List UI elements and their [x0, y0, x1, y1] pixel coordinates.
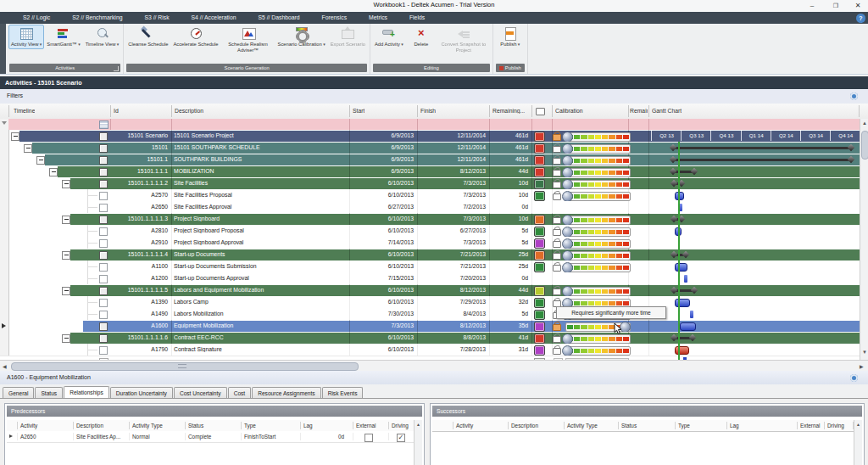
dialog-launcher-icon[interactable] [114, 66, 119, 71]
calibration-slider[interactable] [565, 180, 631, 189]
lock-icon[interactable] [553, 191, 561, 200]
detail-tab-status[interactable]: Status [35, 387, 63, 398]
row-checkbox[interactable] [99, 216, 108, 224]
lock-icon[interactable] [553, 333, 561, 343]
gantt-task-bar[interactable] [680, 322, 696, 331]
table-row[interactable]: 15101 Scenario15101 Scenario Project6/9/… [0, 130, 868, 142]
col-timeline[interactable]: Timeline [14, 108, 35, 114]
lock-icon[interactable] [553, 179, 561, 188]
delete-button[interactable]: ×Delete [406, 25, 437, 49]
row-checkbox[interactable] [99, 180, 108, 188]
rel-col-description[interactable]: Description [511, 423, 538, 429]
lock-icon[interactable] [553, 286, 561, 295]
add-activity-button[interactable]: +Add Activity ▾ [372, 25, 406, 49]
table-row[interactable]: A1490Labors Mobilization7/30/20138/4/201… [0, 308, 868, 321]
rel-col-external[interactable]: External [800, 423, 820, 429]
row-checkbox[interactable] [99, 263, 108, 272]
lock-icon[interactable] [553, 143, 561, 153]
scroll-down-icon[interactable]: ▼ [862, 350, 867, 355]
pane-scrollbar[interactable]: ▲ [854, 420, 862, 465]
lock-icon[interactable] [553, 132, 561, 141]
detail-tab-risk-events[interactable]: Risk Events [322, 387, 364, 398]
gantt-task-bar[interactable] [675, 263, 687, 272]
scroll-right-icon[interactable]: ▶ [860, 363, 864, 369]
table-row[interactable]: A2650Site Facilities Approval6/27/20137/… [0, 201, 868, 214]
row-checkbox[interactable] [99, 346, 108, 355]
scroll-up-icon[interactable]: ▲ [862, 120, 867, 126]
timeline-view-button[interactable]: Timeline View ▾ [83, 25, 122, 49]
scroll-left-icon[interactable]: ◀ [3, 363, 7, 369]
expand-collapse-box[interactable] [62, 216, 70, 224]
calibration-thumb[interactable] [562, 132, 573, 143]
detail-tab-duration-uncertainty[interactable]: Duration Uncertainty [110, 387, 173, 398]
detail-tab-relationships[interactable]: Relationships [64, 386, 109, 398]
menu-tab-forensics[interactable]: Forensics [311, 12, 358, 24]
calibration-slider[interactable] [565, 263, 631, 272]
rel-col-activity-type[interactable]: Activity Type [132, 423, 163, 429]
expand-collapse-box[interactable] [62, 287, 70, 295]
calibration-slider[interactable] [565, 334, 631, 344]
accelerate-schedule-button[interactable]: Accelerate Schedule [170, 25, 220, 49]
menu-tab-s3-risk[interactable]: S3 // Risk [133, 12, 180, 24]
gantt-summary-bar[interactable] [673, 159, 851, 161]
row-checkbox[interactable] [99, 156, 108, 165]
row-checkbox[interactable] [99, 144, 108, 153]
calibration-thumb[interactable] [562, 167, 573, 178]
table-row[interactable]: 15101.1.1.1.1.6Contract EEC-RCC6/10/2013… [0, 332, 868, 344]
expand-collapse-box[interactable] [62, 251, 70, 260]
calibration-slider[interactable] [565, 156, 631, 165]
detail-expand-icon[interactable] [850, 374, 858, 382]
rel-col-status[interactable]: Status [621, 423, 637, 429]
calibration-slider[interactable] [565, 346, 631, 356]
menu-tab-s5-dashboard[interactable]: S5 // Dashboard [247, 12, 310, 24]
calibration-thumb[interactable] [562, 155, 573, 166]
calibration-thumb[interactable] [562, 286, 573, 297]
rel-col-type[interactable]: Type [244, 423, 256, 429]
menu-tab-metrics[interactable]: Metrics [358, 12, 398, 24]
rel-col-driving[interactable]: Driving [392, 423, 409, 429]
table-row[interactable]: 15101.1.1.1.1.2Site Facilities6/10/20137… [0, 177, 868, 189]
relationship-row[interactable]: A2650Site Facilities Ap...NormalComplete… [7, 431, 422, 443]
calibration-thumb[interactable] [562, 333, 573, 345]
gantt-milestone[interactable] [684, 275, 687, 283]
calibration-thumb[interactable] [562, 345, 573, 356]
external-checkbox[interactable] [364, 434, 373, 442]
table-row[interactable]: A2810Project Signboard Proposal6/10/2013… [0, 225, 868, 238]
rel-col-lag[interactable]: Lag [303, 423, 313, 429]
calibration-thumb[interactable] [562, 143, 573, 154]
publish-button[interactable]: Publish ▾ [495, 25, 526, 49]
calibration-slider[interactable] [565, 144, 631, 154]
detail-tab-resource-assignments[interactable]: Resource Assignments [252, 387, 320, 398]
calibration-slider[interactable] [565, 216, 631, 225]
detail-panel-header[interactable]: A1600 - Equipment Mobilization [0, 370, 868, 384]
calibration-thumb[interactable] [562, 191, 573, 202]
calibration-thumb[interactable] [562, 179, 573, 190]
row-checkbox[interactable] [99, 287, 108, 295]
table-row[interactable]: A2570Site Facilities Proposal6/10/20137/… [0, 189, 868, 202]
gantt-milestone[interactable] [690, 311, 693, 318]
col-calibration[interactable]: Calibration [555, 108, 583, 114]
cleanse-schedule-button[interactable]: Cleanse Schedule [125, 25, 170, 49]
col-gantt-chart[interactable]: Gantt Chart [652, 108, 682, 114]
calibration-slider[interactable] [565, 168, 631, 177]
table-row[interactable]: 15101.1.1.1.1.3Project Signboard6/10/201… [0, 213, 868, 225]
grid-vertical-scrollbar[interactable]: ▲▼ [860, 119, 868, 360]
table-row[interactable]: A1200Start-up Documents Approval7/15/201… [0, 272, 868, 285]
lock-icon[interactable] [553, 322, 561, 331]
filter-row-band[interactable] [8, 119, 860, 130]
expand-collapse-box[interactable] [24, 144, 32, 153]
row-checkbox[interactable] [99, 322, 108, 331]
schedule-realism-adviser--button[interactable]: Schedule Realism Adviser™ [221, 25, 275, 54]
calibration-thumb[interactable] [562, 262, 573, 273]
calibration-thumb[interactable] [562, 250, 573, 261]
filters-expand-icon[interactable] [850, 92, 858, 100]
col-remaining[interactable]: Remaining... [492, 108, 530, 114]
calibration-slider[interactable] [565, 251, 631, 261]
scenario-calibration-button[interactable]: Scenario Calibration ▾ [275, 25, 328, 49]
calibration-thumb[interactable] [562, 215, 573, 226]
row-checkbox[interactable] [99, 275, 108, 283]
row-checkbox[interactable] [99, 299, 108, 307]
table-row[interactable]: 1510115101 SOUTHPARK SCHEDULE6/9/201312/… [0, 142, 868, 154]
filter-grid-icon[interactable] [99, 120, 108, 129]
menu-tab-fields[interactable]: Fields [398, 12, 436, 24]
